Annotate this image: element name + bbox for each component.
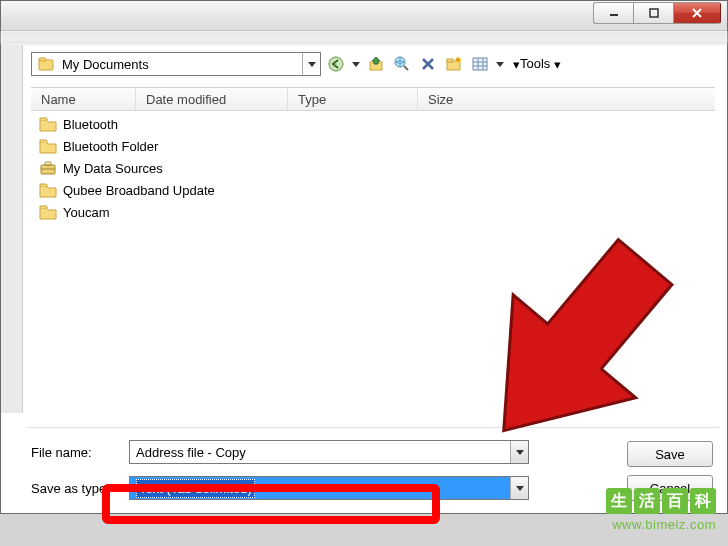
column-name[interactable]: Name bbox=[31, 88, 136, 110]
svg-rect-10 bbox=[473, 58, 487, 70]
list-item[interactable]: Youcam bbox=[33, 201, 713, 223]
folder-icon bbox=[39, 182, 57, 198]
save-button[interactable]: Save bbox=[627, 441, 713, 467]
watermark-char: 百 bbox=[662, 488, 688, 514]
watermark-char: 科 bbox=[690, 488, 716, 514]
views-icon[interactable] bbox=[469, 53, 491, 75]
window-controls bbox=[593, 2, 721, 24]
filename-dropdown-button[interactable] bbox=[510, 441, 528, 463]
folder-icon bbox=[39, 138, 57, 154]
column-type[interactable]: Type bbox=[288, 88, 418, 110]
filename-row: File name: Address file - Copy bbox=[27, 438, 719, 466]
watermark-char: 生 bbox=[606, 488, 632, 514]
delete-icon[interactable] bbox=[417, 53, 439, 75]
filename-label: File name: bbox=[27, 445, 129, 460]
saveas-label: Save as type: bbox=[27, 481, 129, 496]
saveas-dropdown-button[interactable] bbox=[510, 477, 528, 499]
svg-rect-0 bbox=[610, 14, 618, 16]
svg-rect-8 bbox=[447, 59, 453, 62]
save-button-label: Save bbox=[655, 447, 685, 462]
svg-rect-3 bbox=[39, 58, 46, 61]
toolbar: My Documents ▾Tools ▾ bbox=[31, 49, 717, 79]
svg-rect-12 bbox=[45, 162, 51, 165]
svg-rect-1 bbox=[650, 9, 658, 17]
up-one-level-icon[interactable] bbox=[365, 53, 387, 75]
saveas-value: Text (Tab delimited) bbox=[136, 479, 255, 498]
places-bar bbox=[1, 45, 23, 413]
watermark-char: 活 bbox=[634, 488, 660, 514]
column-date[interactable]: Date modified bbox=[136, 88, 288, 110]
save-dialog-window: My Documents ▾Tools ▾ Name Date modifi bbox=[0, 0, 728, 514]
ribbon-blur bbox=[1, 31, 727, 44]
file-list[interactable]: Bluetooth Bluetooth Folder My Data Sourc… bbox=[33, 113, 713, 413]
folder-icon bbox=[36, 54, 56, 74]
back-dropdown[interactable] bbox=[351, 62, 361, 67]
svg-point-4 bbox=[329, 57, 343, 71]
list-item[interactable]: Qubee Broadband Update bbox=[33, 179, 713, 201]
titlebar bbox=[1, 1, 727, 31]
views-dropdown[interactable] bbox=[495, 62, 505, 67]
new-folder-icon[interactable] bbox=[443, 53, 465, 75]
list-item[interactable]: Bluetooth bbox=[33, 113, 713, 135]
close-button[interactable] bbox=[673, 2, 721, 24]
folder-icon bbox=[39, 204, 57, 220]
location-combo[interactable]: My Documents bbox=[31, 52, 321, 76]
maximize-button[interactable] bbox=[633, 2, 673, 24]
filename-input[interactable]: Address file - Copy bbox=[129, 440, 529, 464]
briefcase-icon bbox=[39, 160, 57, 176]
filename-value: Address file - Copy bbox=[136, 445, 246, 460]
file-name: Bluetooth bbox=[63, 117, 118, 132]
minimize-button[interactable] bbox=[593, 2, 633, 24]
back-icon[interactable] bbox=[325, 53, 347, 75]
file-name: Qubee Broadband Update bbox=[63, 183, 215, 198]
search-web-icon[interactable] bbox=[391, 53, 413, 75]
list-item[interactable]: Bluetooth Folder bbox=[33, 135, 713, 157]
saveas-type-combo[interactable]: Text (Tab delimited) bbox=[129, 476, 529, 500]
tools-menu[interactable]: ▾Tools ▾ bbox=[509, 56, 565, 72]
folder-icon bbox=[39, 116, 57, 132]
location-text: My Documents bbox=[60, 57, 302, 72]
file-name: Youcam bbox=[63, 205, 110, 220]
column-headers: Name Date modified Type Size bbox=[31, 87, 715, 111]
list-item[interactable]: My Data Sources bbox=[33, 157, 713, 179]
column-size[interactable]: Size bbox=[418, 88, 715, 110]
watermark-url: www.bimeiz.com bbox=[612, 517, 716, 532]
watermark-logo: 生 活 百 科 bbox=[606, 488, 716, 514]
tools-label-text: Tools bbox=[520, 56, 550, 71]
file-name: Bluetooth Folder bbox=[63, 139, 158, 154]
location-dropdown-button[interactable] bbox=[302, 53, 320, 75]
file-name: My Data Sources bbox=[63, 161, 163, 176]
